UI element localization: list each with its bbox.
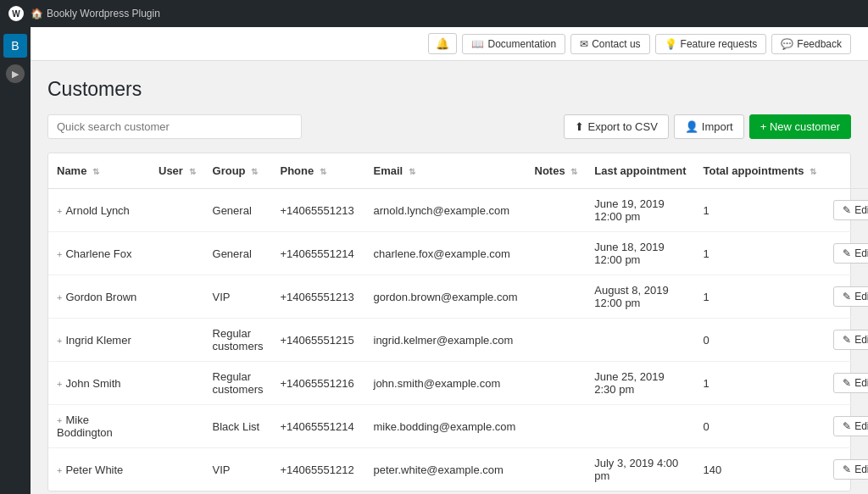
- feature-requests-button[interactable]: 💡 Feature requests: [655, 34, 767, 54]
- import-icon: 👤: [685, 120, 698, 133]
- cell-edit: ✎ Edit: [825, 405, 868, 448]
- expand-icon[interactable]: +: [57, 336, 62, 346]
- table-row: +Arnold Lynch General +14065551213 arnol…: [48, 189, 868, 232]
- search-input[interactable]: [47, 114, 302, 139]
- page-title: Customers: [47, 78, 851, 101]
- cell-user: [150, 405, 204, 448]
- page-content: Customers ⬆ Export to CSV 👤 Import + New…: [31, 61, 868, 494]
- table-row: +Charlene Fox General +14065551214 charl…: [48, 232, 868, 275]
- edit-button-3[interactable]: ✎ Edit: [833, 330, 868, 350]
- cell-notes: [526, 275, 587, 319]
- expand-icon[interactable]: +: [57, 465, 62, 475]
- col-header-email[interactable]: Email ⇅: [365, 153, 526, 189]
- cell-name: +Ingrid Klemer: [48, 319, 150, 362]
- expand-icon[interactable]: +: [57, 249, 62, 259]
- edit-icon: ✎: [843, 204, 851, 216]
- edit-icon: ✎: [843, 463, 851, 475]
- cell-user: [150, 232, 204, 275]
- cell-total: 1: [695, 189, 826, 232]
- col-header-last-appointment[interactable]: Last appointment: [586, 153, 694, 189]
- expand-icon[interactable]: +: [57, 292, 62, 303]
- edit-icon: ✎: [843, 334, 851, 346]
- bell-button[interactable]: 🔔: [428, 33, 457, 54]
- cell-last-appointment: June 18, 2019 12:00 pm: [586, 232, 694, 275]
- cell-total: 1: [695, 362, 826, 405]
- cell-last-appointment: [586, 319, 694, 362]
- edit-button-2[interactable]: ✎ Edit: [833, 286, 868, 307]
- col-header-actions: [825, 153, 868, 189]
- cell-email: gordon.brown@example.com: [365, 275, 526, 319]
- cell-group: Regular customers: [204, 362, 272, 405]
- expand-icon[interactable]: +: [57, 206, 62, 216]
- cell-phone: +14065551214: [272, 232, 365, 275]
- cell-edit: ✎ Edit: [825, 189, 868, 232]
- cell-last-appointment: August 8, 2019 12:00 pm: [586, 275, 694, 319]
- cell-email: mike.bodding@example.com: [365, 405, 526, 448]
- cell-notes: [526, 362, 587, 405]
- cell-email: arnold.lynch@example.com: [365, 189, 526, 232]
- cell-group: VIP: [204, 448, 272, 491]
- feedback-button[interactable]: 💬 Feedback: [771, 34, 851, 54]
- lightbulb-icon: 💡: [665, 38, 677, 50]
- sidebar-bookly-icon[interactable]: B: [3, 34, 27, 58]
- cell-last-appointment: [586, 405, 694, 448]
- customers-table-wrap: Name ⇅ User ⇅ Group ⇅ Phone ⇅: [47, 153, 851, 491]
- expand-icon[interactable]: +: [57, 415, 62, 425]
- cell-group: Black List: [204, 405, 272, 448]
- house-icon: 🏠: [31, 8, 43, 19]
- toolbar-actions: ⬆ Export to CSV 👤 Import + New customer: [564, 114, 851, 139]
- sort-user-icon: ⇅: [189, 167, 196, 176]
- top-bar: W 🏠 Bookly Wordpress Plugin: [0, 0, 868, 27]
- table-header-row: Name ⇅ User ⇅ Group ⇅ Phone ⇅: [48, 153, 868, 189]
- edit-icon: ✎: [843, 291, 851, 303]
- header-nav: 🔔 📖 Documentation ✉ Contact us 💡 Feature…: [31, 27, 868, 61]
- col-header-phone[interactable]: Phone ⇅: [272, 153, 365, 189]
- export-csv-button[interactable]: ⬆ Export to CSV: [564, 114, 668, 139]
- comment-icon: 💬: [781, 38, 793, 50]
- cell-group: Regular customers: [204, 319, 272, 362]
- sort-group-icon: ⇅: [251, 167, 258, 176]
- edit-button-1[interactable]: ✎ Edit: [833, 243, 868, 264]
- customers-table: Name ⇅ User ⇅ Group ⇅ Phone ⇅: [48, 153, 868, 491]
- cell-total: 140: [695, 448, 826, 491]
- col-header-name[interactable]: Name ⇅: [48, 153, 150, 189]
- col-header-notes[interactable]: Notes ⇅: [526, 153, 587, 189]
- table-row: +Gordon Brown VIP +14065551213 gordon.br…: [48, 275, 868, 319]
- cell-name: +Charlene Fox: [48, 232, 150, 275]
- cell-group: VIP: [204, 275, 272, 319]
- envelope-icon: ✉: [580, 38, 588, 50]
- cell-name: +Mike Boddington: [48, 405, 150, 448]
- edit-button-0[interactable]: ✎ Edit: [833, 200, 868, 220]
- cell-email: ingrid.kelmer@example.com: [365, 319, 526, 362]
- cell-last-appointment: June 19, 2019 12:00 pm: [586, 189, 694, 232]
- edit-button-4[interactable]: ✎ Edit: [833, 373, 868, 393]
- contact-us-button[interactable]: ✉ Contact us: [570, 34, 649, 54]
- cell-phone: +14065551214: [272, 405, 365, 448]
- cell-group: General: [204, 189, 272, 232]
- documentation-button[interactable]: 📖 Documentation: [462, 34, 565, 54]
- wp-logo: W: [8, 6, 24, 21]
- main-content: 🔔 📖 Documentation ✉ Contact us 💡 Feature…: [31, 27, 868, 494]
- edit-button-5[interactable]: ✎ Edit: [833, 416, 868, 436]
- col-header-total-appointments[interactable]: Total appointments ⇅: [695, 153, 826, 189]
- cell-phone: +14065551213: [272, 189, 365, 232]
- cell-email: john.smith@example.com: [365, 362, 526, 405]
- cell-user: [150, 448, 204, 491]
- cell-notes: [526, 448, 587, 491]
- new-customer-button[interactable]: + New customer: [749, 114, 851, 139]
- col-header-user[interactable]: User ⇅: [150, 153, 204, 189]
- cell-email: charlene.fox@example.com: [365, 232, 526, 275]
- cell-edit: ✎ Edit: [825, 232, 868, 275]
- toolbar: ⬆ Export to CSV 👤 Import + New customer: [47, 114, 851, 139]
- sort-total-icon: ⇅: [810, 167, 816, 176]
- sidebar-nav-icon[interactable]: ▶: [6, 64, 25, 83]
- expand-icon[interactable]: +: [57, 379, 62, 389]
- edit-button-6[interactable]: ✎ Edit: [833, 459, 868, 480]
- cell-edit: ✎ Edit: [825, 275, 868, 319]
- sort-phone-icon: ⇅: [320, 167, 326, 176]
- cell-total: 1: [695, 232, 826, 275]
- col-header-group[interactable]: Group ⇅: [204, 153, 272, 189]
- cell-user: [150, 189, 204, 232]
- import-button[interactable]: 👤 Import: [674, 114, 744, 139]
- cell-name: +John Smith: [48, 362, 150, 405]
